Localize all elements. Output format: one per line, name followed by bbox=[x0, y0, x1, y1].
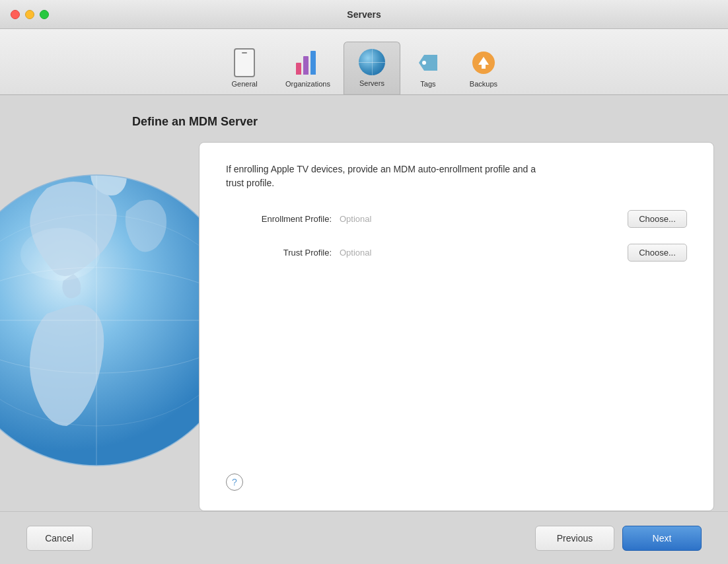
svg-rect-2 bbox=[482, 65, 486, 69]
tab-general-label: General bbox=[231, 80, 257, 88]
svg-marker-1 bbox=[478, 57, 489, 65]
enrollment-label: Enrollment Profile: bbox=[226, 214, 332, 224]
tab-organizations[interactable]: Organizations bbox=[272, 43, 344, 94]
globe-icon bbox=[357, 48, 386, 77]
tab-general[interactable]: General bbox=[217, 43, 272, 94]
tab-organizations-label: Organizations bbox=[285, 80, 330, 88]
tab-backups-label: Backups bbox=[470, 80, 497, 88]
trust-value: Optional bbox=[340, 248, 620, 258]
tag-icon bbox=[414, 48, 443, 77]
main-content: Define an MDM Server bbox=[0, 95, 728, 511]
tab-backups[interactable]: Backups bbox=[456, 43, 511, 94]
enrollment-value: Optional bbox=[340, 214, 620, 224]
page-title: Define an MDM Server bbox=[132, 115, 258, 129]
trust-label: Trust Profile: bbox=[226, 248, 332, 258]
trust-profile-row: Trust Profile: Optional Choose... bbox=[226, 244, 687, 262]
globe-illustration bbox=[0, 135, 199, 505]
content-area: If enrolling Apple TV devices, provide a… bbox=[14, 142, 714, 511]
navigation-buttons: Previous Next bbox=[535, 526, 702, 551]
upload-icon bbox=[469, 48, 498, 77]
toolbar: General Organizations Servers Tags bbox=[0, 29, 728, 95]
tab-tags[interactable]: Tags bbox=[400, 43, 456, 94]
svg-point-7 bbox=[0, 267, 199, 373]
card-description: If enrolling Apple TV devices, provide a… bbox=[226, 162, 543, 190]
cancel-button[interactable]: Cancel bbox=[26, 526, 92, 551]
traffic-lights bbox=[11, 10, 49, 19]
tab-tags-label: Tags bbox=[420, 80, 435, 88]
svg-point-8 bbox=[0, 215, 199, 426]
svg-point-3 bbox=[0, 175, 199, 466]
svg-point-10 bbox=[20, 228, 100, 281]
enrollment-profile-row: Enrollment Profile: Optional Choose... bbox=[226, 210, 687, 228]
card-panel: If enrolling Apple TV devices, provide a… bbox=[199, 142, 714, 511]
help-button[interactable]: ? bbox=[226, 474, 243, 491]
next-button[interactable]: Next bbox=[622, 526, 702, 551]
previous-button[interactable]: Previous bbox=[535, 526, 614, 551]
svg-point-4 bbox=[0, 175, 199, 466]
svg-point-0 bbox=[422, 61, 426, 65]
close-button[interactable] bbox=[11, 10, 20, 19]
trust-choose-button[interactable]: Choose... bbox=[628, 244, 687, 262]
phone-icon bbox=[230, 48, 259, 77]
enrollment-choose-button[interactable]: Choose... bbox=[628, 210, 687, 228]
minimize-button[interactable] bbox=[25, 10, 34, 19]
chart-icon bbox=[293, 48, 322, 77]
tab-servers-label: Servers bbox=[359, 79, 384, 87]
window-title: Servers bbox=[347, 9, 381, 20]
svg-point-9 bbox=[0, 175, 199, 466]
bottom-bar: Cancel Previous Next bbox=[0, 511, 728, 564]
title-bar: Servers bbox=[0, 0, 728, 29]
tab-servers[interactable]: Servers bbox=[344, 42, 400, 94]
maximize-button[interactable] bbox=[40, 10, 49, 19]
